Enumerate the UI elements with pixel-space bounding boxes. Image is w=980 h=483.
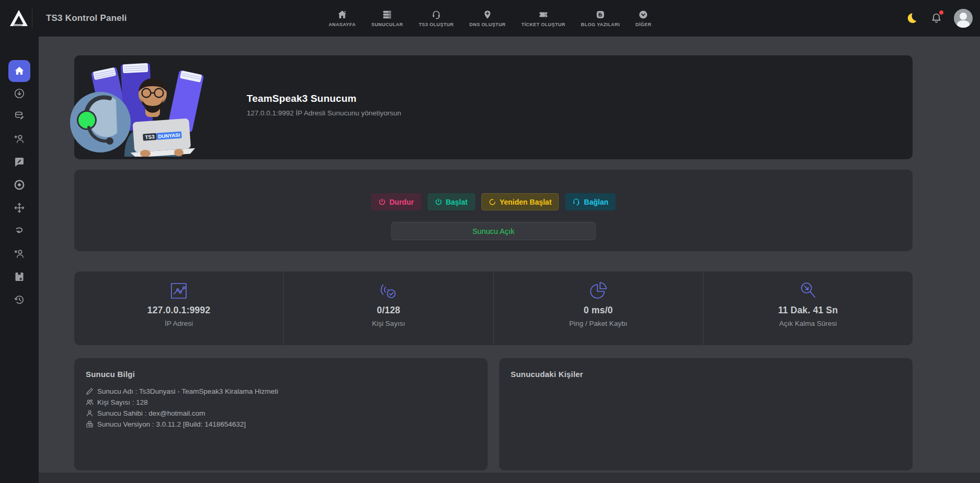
avatar-silhouette <box>960 13 967 20</box>
info-line-user-count: Kişi Sayısı : 128 <box>86 398 476 406</box>
start-button[interactable]: Başlat <box>428 193 475 210</box>
server-title: TeamSpeak3 Sunucum <box>247 93 401 104</box>
connect-button[interactable]: Bağlan <box>565 193 616 210</box>
restart-icon <box>489 198 496 206</box>
server-control-buttons: Durdur Başlat Yeniden Başlat Bağlan <box>74 193 913 210</box>
top-navigation: ANASAYFA SUNUCULAR TS3 OLUŞTUR DNS OLUŞT… <box>329 0 652 37</box>
server-controls-card: Durdur Başlat Yeniden Başlat Bağlan Sunu… <box>74 170 913 251</box>
dyno-icon <box>14 225 25 237</box>
user-avatar[interactable] <box>954 9 973 28</box>
sidebar-item-download[interactable] <box>8 83 30 104</box>
stat-uptime: 11 Dak. 41 Sn Açık Kalma Süresi <box>703 272 913 345</box>
info-line-owner: Sunucu Sahibi : dex@hotmail.com <box>86 409 476 417</box>
nav-item-blog-yazilari[interactable]: BLOG YAZILARI <box>581 9 620 27</box>
button-label: Bağlan <box>584 198 608 206</box>
nav-item-diger[interactable]: DİĞER <box>636 9 652 27</box>
server-info-list: Sunucu Adı : Ts3Dunyasi - TeamSpeak3 Kir… <box>86 387 476 428</box>
history-icon <box>14 294 25 305</box>
sidebar-item-home[interactable] <box>8 60 30 82</box>
info-text: Sunucu Versiyon : 3.0.11.2 [Build: 14186… <box>97 420 246 428</box>
sidebar-item-dyno[interactable] <box>8 220 30 242</box>
server-status-label: Sunucu Açık <box>472 227 515 235</box>
pin-plus-icon <box>482 9 492 20</box>
sidebar-item-move[interactable] <box>8 197 30 219</box>
signal-check-icon <box>378 280 399 302</box>
stat-value: 0 ms/0 <box>584 305 613 316</box>
server-status-badge[interactable]: Sunucu Açık <box>391 222 596 240</box>
info-text: Kişi Sayısı : 128 <box>97 398 148 406</box>
nav-item-anasayfa[interactable]: ANASAYFA <box>329 9 356 27</box>
info-text: Sunucu Adı : Ts3Dunyasi - TeamSpeak3 Kir… <box>97 387 278 395</box>
stat-label: Ping / Paket Kaybı <box>569 320 627 327</box>
user-plus-icon <box>14 133 25 145</box>
topbar-right <box>905 0 973 37</box>
dark-mode-moon-icon[interactable] <box>905 11 918 25</box>
button-label: Durdur <box>389 198 414 206</box>
move-icon <box>14 202 25 214</box>
stat-value: 11 Dak. 41 Sn <box>778 305 838 316</box>
servers-icon <box>382 9 392 20</box>
stat-ping-loss: 0 ms/0 Ping / Paket Kaybı <box>493 272 703 345</box>
power-icon <box>378 198 386 206</box>
user-icon <box>86 409 94 417</box>
user-x-icon <box>14 248 25 260</box>
sidebar-item-database-edit[interactable] <box>8 105 30 127</box>
stat-value: 127.0.0.1:9992 <box>147 305 211 316</box>
nav-label: DİĞER <box>636 22 652 27</box>
stat-value: 0/128 <box>377 305 400 316</box>
sidebar-item-user-remove[interactable] <box>8 243 30 265</box>
info-line-server-name: Sunucu Adı : Ts3Dunyasi - TeamSpeak3 Kir… <box>86 387 476 395</box>
headset-icon <box>431 9 441 20</box>
version-icon <box>86 420 94 428</box>
sidebar-item-user-add[interactable] <box>8 128 30 150</box>
nav-item-sunucular[interactable]: SUNUCULAR <box>372 9 403 27</box>
app-root: TS3 Kontrol Paneli ANASAYFA SUNUCULAR TS… <box>0 0 980 483</box>
arrow-down-circle-icon <box>14 88 25 99</box>
brand: TS3 Kontrol Paneli <box>0 0 127 37</box>
message-edit-icon <box>14 156 25 168</box>
app-logo-icon[interactable] <box>8 8 30 29</box>
nav-item-dns-olustur[interactable]: DNS OLUŞTUR <box>469 9 505 27</box>
nav-label: DNS OLUŞTUR <box>469 22 505 27</box>
info-line-version: Sunucu Versiyon : 3.0.11.2 [Build: 14186… <box>86 420 476 428</box>
home-icon <box>14 66 25 76</box>
hero-text: TeamSpeak3 Sunucum 127.0.0.1:9992 İP Adr… <box>247 93 401 117</box>
stop-button[interactable]: Durdur <box>371 193 421 210</box>
notification-badge <box>939 10 943 15</box>
hero-card: TS3 DUNYASI <box>74 55 913 159</box>
sidebar-item-save[interactable] <box>8 266 30 288</box>
footer-band <box>39 473 980 483</box>
pie-chart-icon <box>588 280 609 302</box>
online-users-card: Sunucudaki Kişiler <box>499 358 913 470</box>
stat-label: Açık Kalma Süresi <box>779 320 837 327</box>
power-icon <box>435 198 442 206</box>
server-info-card: Sunucu Bilgi Sunucu Adı : Ts3Dunyasi - T… <box>74 358 488 470</box>
server-info-title: Sunucu Bilgi <box>86 370 476 379</box>
stat-ip-address: 127.0.0.1:9992 İP Adresi <box>74 272 283 345</box>
headset-icon <box>572 198 580 206</box>
sidebar <box>0 37 39 483</box>
nav-item-ts3-olustur[interactable]: TS3 OLUŞTUR <box>419 9 454 27</box>
sidebar-item-chip[interactable] <box>8 174 30 196</box>
stat-user-count: 0/128 Kişi Sayısı <box>283 272 493 345</box>
uptime-zoom-icon <box>798 280 818 302</box>
sidebar-item-message-edit[interactable] <box>8 151 30 173</box>
nav-label: ANASAYFA <box>329 22 356 27</box>
online-users-title: Sunucudaki Kişiler <box>511 370 901 379</box>
home-icon <box>337 9 347 20</box>
notifications-bell-icon[interactable] <box>930 11 942 25</box>
nav-label: SUNUCULAR <box>372 22 403 27</box>
blog-icon <box>595 9 605 20</box>
stat-label: İP Adresi <box>165 320 193 327</box>
ticket-icon <box>538 9 548 20</box>
server-subtitle: 127.0.0.1:9992 İP Adresli Sunucunu yönet… <box>247 109 401 117</box>
restart-button[interactable]: Yeniden Başlat <box>481 193 559 210</box>
nav-item-ticket-olustur[interactable]: TİCKET OLUŞTUR <box>521 9 565 27</box>
info-text: Sunucu Sahibi : dex@hotmail.com <box>97 409 205 417</box>
app-title: TS3 Kontrol Paneli <box>46 13 127 23</box>
button-label: Başlat <box>446 198 468 206</box>
laptop-badge-ts3: TS3 <box>145 134 155 140</box>
save-plus-icon <box>14 271 25 282</box>
sidebar-item-history[interactable] <box>8 289 30 311</box>
stat-label: Kişi Sayısı <box>372 320 405 327</box>
